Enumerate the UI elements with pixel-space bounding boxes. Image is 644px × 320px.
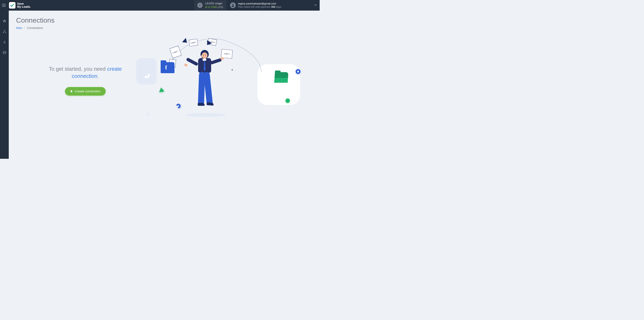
destination-folder-icon (274, 75, 288, 83)
svg-point-0 (232, 4, 234, 5)
svg-rect-1 (4, 30, 5, 31)
hero-left: To get started, you need create connecti… (16, 66, 126, 96)
create-button-label: Create connection (75, 90, 100, 93)
brand-text: Save My Leads (17, 2, 31, 9)
usage-limit: 2'000 (210, 6, 217, 9)
svg-point-6 (4, 52, 5, 53)
plan-prefix: Plan |Start| left until payment (238, 6, 271, 8)
arrow-down-icon: ▾ (232, 68, 233, 71)
usage-text: LEADS usage: 2 of 2'000 (0%) (206, 2, 223, 9)
decorative-ring-blue (296, 69, 300, 74)
decorative-arc-gray (146, 112, 150, 116)
breadcrumb-current: Connections (27, 26, 43, 30)
account-text: regina.savemyleads@gmail.com Plan |Start… (238, 2, 282, 9)
home-icon (2, 19, 6, 23)
brand-line1: Save (17, 2, 31, 5)
decorative-arc-blue (175, 103, 182, 109)
sidebar-item-home[interactable] (0, 18, 9, 24)
account-expand-button[interactable] (282, 3, 317, 7)
app-logo[interactable] (9, 2, 16, 9)
hero-illustration: ▾ f Lead 1 Lead 2 Lead 3 Lead 4 (134, 38, 312, 123)
account-block[interactable]: regina.savemyleads@gmail.com Plan |Start… (230, 2, 282, 9)
user-avatar-icon (230, 3, 236, 8)
plan-days: 366 (271, 6, 275, 8)
info-icon: i (197, 3, 202, 8)
account-email: regina.savemyleads@gmail.com (238, 2, 282, 6)
usage-of: of (207, 6, 210, 9)
svg-rect-2 (3, 32, 4, 33)
breadcrumb-separator: / (24, 26, 25, 30)
menu-toggle-button[interactable] (2, 3, 7, 8)
brand-line2: My Leads (17, 5, 31, 8)
hero-section: To get started, you need create connecti… (16, 38, 312, 123)
svg-rect-3 (5, 32, 6, 33)
svg-text:$: $ (4, 40, 6, 44)
sitemap-icon (2, 30, 6, 34)
facebook-folder-icon: f (161, 62, 174, 73)
plus-icon: ✚ (70, 90, 73, 93)
checkmark-icon (10, 3, 14, 8)
usage-used: 2 (206, 6, 207, 9)
decorative-triangle-green (158, 87, 165, 92)
decorative-dot-green (286, 98, 290, 103)
usage-pct: (0%) (217, 6, 223, 9)
lead-note-2: Lead 2 (189, 39, 198, 47)
facebook-letter: f (165, 64, 167, 71)
hero-text-post: . (97, 73, 99, 79)
hero-text-pre: To get started, you need (49, 66, 107, 72)
main-content: Connections Main / Connections To get st… (9, 11, 320, 159)
dollar-icon: $ (2, 40, 6, 44)
page-title: Connections (16, 16, 312, 24)
breadcrumb-main-link[interactable]: Main (16, 26, 22, 30)
sidebar-item-connections[interactable] (0, 29, 9, 35)
plan-suffix: days (275, 6, 282, 8)
decorative-blob-left (136, 58, 156, 85)
breadcrumb: Main / Connections (16, 26, 312, 30)
app-header: Save My Leads i LEADS usage: 2 of 2'000 … (0, 0, 320, 11)
user-circle-icon (2, 51, 6, 55)
sidebar-item-billing[interactable]: $ (0, 39, 9, 45)
leads-usage-box[interactable]: i LEADS usage: 2 of 2'000 (0%) (194, 1, 226, 10)
sidebar: $ (0, 11, 9, 159)
person-illustration (192, 50, 220, 115)
sidebar-item-account[interactable] (0, 50, 9, 56)
create-connection-button[interactable]: ✚ Create connection (65, 87, 106, 96)
account-plan: Plan |Start| left until payment 366 days (238, 5, 282, 9)
hero-text: To get started, you need create connecti… (44, 66, 126, 80)
chevron-down-icon (314, 3, 317, 7)
usage-label: LEADS usage: (206, 2, 223, 5)
